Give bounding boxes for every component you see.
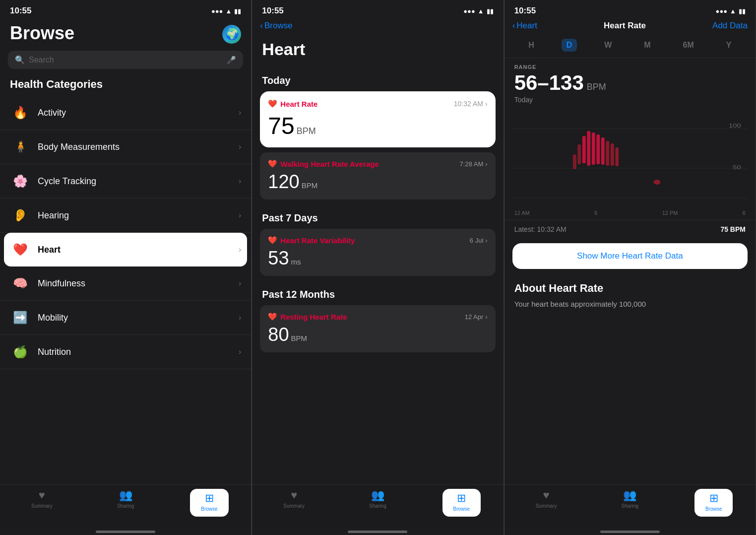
sidebar-item-body-measurements[interactable]: 🧍 Body Measurements ›	[0, 130, 251, 164]
svg-rect-11	[601, 137, 605, 165]
status-bar-2: 10:55 ●●● ▲ ▮▮	[252, 0, 503, 19]
time-btn-6M[interactable]: 6M	[678, 39, 699, 52]
browse-icon-2: ⊞	[457, 492, 466, 505]
resting-heart-icon: ❤️	[268, 312, 277, 321]
cycle-tracking-icon: 🌸	[10, 171, 31, 192]
time-btn-D[interactable]: D	[562, 39, 577, 52]
search-bar[interactable]: 🔍 Search 🎤	[8, 51, 243, 69]
sidebar-item-hearing[interactable]: 👂 Hearing ›	[0, 199, 251, 233]
range-number: 56–133	[514, 71, 584, 95]
tab-summary-2[interactable]: ♥ Summary	[252, 489, 336, 517]
hrv-value: 53 ms	[268, 248, 487, 269]
svg-rect-10	[596, 134, 600, 164]
sidebar-item-heart[interactable]: ❤️ Heart ›	[4, 233, 247, 267]
health-categories-title: Health Categories	[0, 78, 251, 96]
heart-rate-time: 10:32 AM ›	[454, 100, 488, 108]
svg-rect-5	[573, 154, 576, 169]
signal-icon-2: ●●●	[463, 7, 475, 15]
heart-rate-card[interactable]: ❤️ Heart Rate 10:32 AM › 75 BPM	[260, 91, 495, 147]
time-btn-M[interactable]: M	[639, 39, 655, 52]
body-measurements-label: Body Measurements	[38, 142, 239, 152]
cycle-tracking-label: Cycle Tracking	[38, 176, 239, 187]
x-label-12pm: 12 PM	[662, 210, 678, 216]
tab-browse-2[interactable]: ⊞ Browse	[420, 489, 504, 517]
sidebar-item-cycle-tracking[interactable]: 🌸 Cycle Tracking ›	[0, 164, 251, 199]
svg-point-15	[653, 180, 660, 185]
heart-rate-chevron: ›	[485, 100, 488, 108]
tab-sharing-1[interactable]: 👥 Sharing	[84, 489, 168, 517]
sharing-icon-1: 👥	[119, 489, 132, 502]
about-section: About Heart Rate Your heart beats approx…	[504, 274, 756, 318]
hrv-unit: ms	[291, 258, 301, 266]
show-more-button[interactable]: Show More Heart Rate Data	[577, 251, 683, 261]
sidebar-item-activity[interactable]: 🔥 Activity ›	[0, 96, 251, 130]
svg-rect-13	[611, 143, 614, 166]
tab-browse-1[interactable]: ⊞ Browse	[168, 489, 252, 517]
hrv-card[interactable]: ❤️ Heart Rate Variability 6 Jul › 53 ms	[260, 229, 495, 276]
time-btn-W[interactable]: W	[599, 39, 617, 52]
home-indicator-2	[348, 531, 407, 533]
tab-summary-3[interactable]: ♥ Summary	[504, 489, 588, 517]
tab-bar-2: ♥ Summary 👥 Sharing ⊞ Browse	[252, 484, 503, 527]
back-button-browse[interactable]: ‹ Browse	[260, 21, 292, 31]
sidebar-item-mobility[interactable]: ➡️ Mobility ›	[0, 301, 251, 335]
browse-label-3: Browse	[705, 506, 722, 512]
resting-hr-card[interactable]: ❤️ Resting Heart Rate 12 Apr › 80 BPM	[260, 305, 495, 352]
sharing-label-2: Sharing	[369, 503, 386, 509]
signal-icon-3: ●●●	[716, 7, 728, 15]
walking-chevron: ›	[485, 160, 487, 168]
browse-header: Browse 🌍	[0, 19, 251, 51]
status-time-2: 10:55	[262, 6, 283, 16]
hrv-title: ❤️ Heart Rate Variability	[268, 236, 355, 245]
back-button-heart[interactable]: ‹ Heart	[512, 21, 537, 31]
activity-chevron: ›	[239, 108, 241, 117]
battery-icon-3: ▮▮	[739, 7, 746, 15]
heartrate-panel: 10:55 ●●● ▲ ▮▮ ‹ Heart Heart Rate Add Da…	[504, 0, 756, 535]
sidebar-item-mindfulness[interactable]: 🧠 Mindfulness ›	[0, 267, 251, 301]
microphone-icon[interactable]: 🎤	[227, 56, 236, 65]
battery-icon-1: ▮▮	[234, 7, 241, 15]
past12-section-header: Past 12 Months	[252, 281, 503, 305]
body-measurements-icon: 🧍	[10, 136, 31, 157]
hr-latest-label: Latest: 10:32 AM	[514, 225, 567, 233]
time-btn-Y[interactable]: Y	[721, 39, 737, 52]
hrv-time: 6 Jul ›	[470, 237, 488, 244]
tab-browse-3[interactable]: ⊞ Browse	[672, 489, 756, 517]
walking-avg-title: ❤️ Walking Heart Rate Average	[268, 159, 378, 168]
tab-sharing-2[interactable]: 👥 Sharing	[336, 489, 420, 517]
heart-rate-value: 75 BPM	[268, 112, 487, 139]
walking-avg-value: 120 BPM	[268, 171, 487, 193]
status-bar-3: 10:55 ●●● ▲ ▮▮	[504, 0, 756, 19]
mobility-icon: ➡️	[10, 307, 31, 328]
add-data-button[interactable]: Add Data	[712, 21, 748, 31]
search-placeholder: Search	[29, 56, 54, 65]
status-icons-3: ●●● ▲ ▮▮	[716, 7, 746, 15]
resting-hr-title: ❤️ Resting Heart Rate	[268, 312, 347, 321]
summary-label-1: Summary	[31, 503, 53, 509]
heartrate-nav-title: Heart Rate	[604, 21, 646, 31]
hr-latest-value: 75 BPM	[720, 225, 746, 233]
mindfulness-label: Mindfulness	[38, 278, 239, 289]
tab-bar-1: ♥ Summary 👥 Sharing ⊞ Browse	[0, 484, 251, 527]
globe-icon[interactable]: 🌍	[222, 25, 241, 44]
battery-icon-2: ▮▮	[487, 7, 494, 15]
svg-rect-12	[606, 141, 609, 166]
back-label-3: Heart	[516, 21, 537, 31]
signal-icon-1: ●●●	[211, 7, 223, 15]
home-indicator-1	[96, 531, 155, 533]
heart-rate-unit: BPM	[297, 126, 316, 136]
svg-text:100: 100	[729, 123, 741, 129]
svg-rect-8	[587, 131, 590, 166]
hearing-chevron: ›	[239, 211, 241, 220]
nutrition-chevron: ›	[239, 347, 241, 356]
hrv-header: ❤️ Heart Rate Variability 6 Jul ›	[268, 236, 487, 245]
sidebar-item-nutrition[interactable]: 🍏 Nutrition ›	[0, 335, 251, 369]
show-more-card[interactable]: Show More Heart Rate Data	[512, 243, 748, 269]
browse-panel: 10:55 ●●● ▲ ▮▮ Browse 🌍 🔍 Search 🎤 Healt…	[0, 0, 252, 535]
walking-avg-card[interactable]: ❤️ Walking Heart Rate Average 7:28 AM › …	[260, 152, 495, 200]
wifi-icon-1: ▲	[225, 7, 232, 15]
time-btn-H[interactable]: H	[523, 39, 539, 52]
summary-icon-3: ♥	[543, 489, 550, 502]
tab-summary-1[interactable]: ♥ Summary	[0, 489, 84, 517]
tab-sharing-3[interactable]: 👥 Sharing	[588, 489, 672, 517]
